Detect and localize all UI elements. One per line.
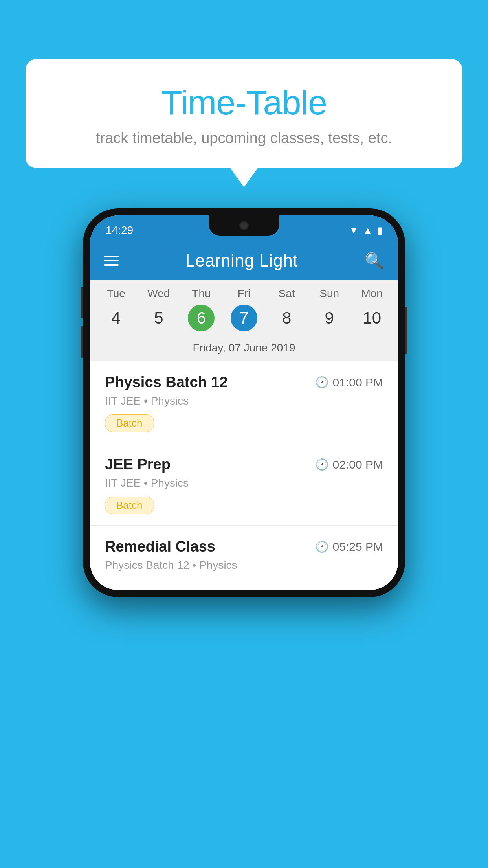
day-numbers: 45678910 (90, 303, 398, 338)
speech-bubble: Time-Table track timetable, upcoming cla… (26, 59, 462, 168)
search-icon[interactable]: 🔍 (365, 252, 384, 270)
menu-button[interactable] (104, 256, 119, 266)
status-icons: ▼ ▲ ▮ (349, 225, 382, 236)
volume-button-up (81, 287, 83, 318)
day-number[interactable]: 6 (188, 305, 215, 331)
volume-button-down (81, 326, 83, 358)
calendar-strip: TueWedThuFriSatSunMon 45678910 Friday, 0… (90, 280, 398, 361)
schedule-item[interactable]: JEE Prep🕐02:00 PMIIT JEE • PhysicsBatch (90, 443, 398, 526)
day-header: Fri (223, 287, 266, 300)
day-header: Mon (350, 287, 393, 300)
time-value: 01:00 PM (333, 376, 383, 389)
day-number[interactable]: 9 (308, 305, 351, 331)
front-camera (239, 221, 249, 230)
batch-badge: Batch (105, 414, 154, 432)
selected-date-label: Friday, 07 June 2019 (90, 338, 398, 361)
day-number[interactable]: 5 (138, 305, 180, 331)
status-time: 14:29 (106, 224, 133, 237)
app-toolbar: Learning Light 🔍 (90, 241, 398, 280)
day-number[interactable]: 7 (231, 305, 257, 331)
day-header: Tue (95, 287, 138, 300)
battery-icon: ▮ (377, 225, 382, 236)
day-headers: TueWedThuFriSatSunMon (90, 280, 398, 303)
phone-screen: 14:29 ▼ ▲ ▮ Learning Light 🔍 (90, 215, 398, 590)
day-number[interactable]: 4 (95, 305, 138, 331)
schedule-item-subtitle: IIT JEE • Physics (105, 477, 383, 489)
schedule-item-header: Remedial Class🕐05:25 PM (105, 538, 383, 555)
speech-bubble-section: Time-Table track timetable, upcoming cla… (26, 59, 462, 168)
hamburger-line-3 (104, 264, 119, 266)
phone-notch (209, 215, 279, 236)
schedule-item-title: Physics Batch 12 (105, 374, 228, 391)
schedule-item-subtitle: IIT JEE • Physics (105, 395, 383, 407)
schedule-item-title: Remedial Class (105, 538, 215, 555)
hamburger-line-2 (104, 260, 119, 261)
schedule-item-time: 🕐01:00 PM (315, 376, 383, 389)
bubble-title: Time-Table (45, 83, 443, 123)
toolbar-title: Learning Light (185, 251, 298, 270)
day-header: Sun (308, 287, 351, 300)
schedule-list: Physics Batch 12🕐01:00 PMIIT JEE • Physi… (90, 361, 398, 590)
phone-mockup: 14:29 ▼ ▲ ▮ Learning Light 🔍 (83, 208, 405, 597)
schedule-item-time: 🕐05:25 PM (315, 540, 383, 554)
day-header: Thu (180, 287, 223, 300)
day-number[interactable]: 10 (350, 305, 393, 331)
bubble-subtitle: track timetable, upcoming classes, tests… (45, 130, 443, 147)
wifi-icon: ▼ (349, 225, 358, 236)
schedule-item-header: JEE Prep🕐02:00 PM (105, 456, 383, 473)
signal-icon: ▲ (363, 225, 372, 236)
clock-icon: 🕐 (315, 458, 329, 471)
hamburger-line-1 (104, 256, 119, 257)
day-header: Wed (138, 287, 180, 300)
schedule-item-header: Physics Batch 12🕐01:00 PM (105, 374, 383, 391)
schedule-item-subtitle: Physics Batch 12 • Physics (105, 559, 383, 572)
day-number[interactable]: 8 (265, 305, 308, 331)
batch-badge: Batch (105, 497, 154, 514)
schedule-item[interactable]: Physics Batch 12🕐01:00 PMIIT JEE • Physi… (90, 361, 398, 443)
phone-outer: 14:29 ▼ ▲ ▮ Learning Light 🔍 (83, 208, 405, 597)
power-button (405, 307, 407, 354)
schedule-item-title: JEE Prep (105, 456, 171, 473)
day-header: Sat (265, 287, 308, 300)
time-value: 02:00 PM (333, 458, 383, 471)
time-value: 05:25 PM (333, 540, 383, 554)
clock-icon: 🕐 (315, 540, 329, 553)
schedule-item[interactable]: Remedial Class🕐05:25 PMPhysics Batch 12 … (90, 526, 398, 590)
schedule-item-time: 🕐02:00 PM (315, 458, 383, 471)
clock-icon: 🕐 (315, 376, 329, 389)
